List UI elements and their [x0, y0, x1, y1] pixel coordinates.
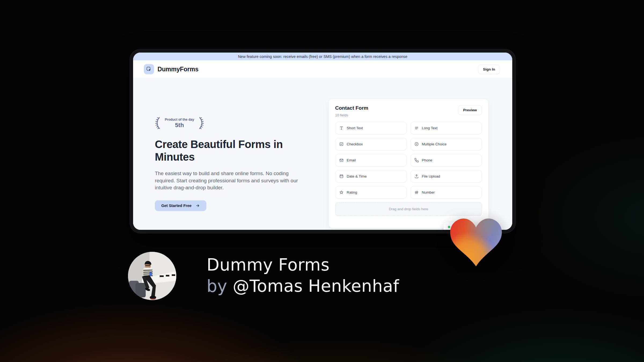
- credit-block: Dummy Forms by @Tomas Henkenhaf: [207, 254, 399, 297]
- email-icon: [339, 158, 344, 162]
- laurel-right-icon: [197, 117, 204, 130]
- field-multiple-choice[interactable]: Multiple Choice: [410, 138, 482, 150]
- announcement-banner: New feature coming soon: receive emails …: [133, 53, 512, 60]
- hero-description: The easiest way to build and share onlin…: [155, 170, 310, 191]
- hero-copy: Product of the day 5th Create Beautiful …: [155, 117, 313, 211]
- checkbox-icon: [339, 142, 344, 146]
- laurel-left-icon: [155, 117, 162, 130]
- sign-in-button[interactable]: Sign In: [478, 65, 500, 74]
- field-label: Long Text: [422, 126, 437, 130]
- form-field-count: 10 fields: [335, 113, 368, 117]
- credit-title: Dummy Forms: [207, 254, 399, 275]
- badge-rank: 5th: [175, 122, 184, 128]
- form-title: Contact Form: [335, 105, 368, 111]
- byline-handle: @Tomas Henkenhaf: [233, 276, 399, 296]
- field-label: Email: [347, 158, 356, 162]
- field-rating[interactable]: Rating: [335, 186, 407, 199]
- field-label: File Upload: [422, 174, 440, 178]
- brand-name: DummyForms: [158, 66, 199, 73]
- field-phone[interactable]: Phone: [410, 154, 482, 167]
- arrow-right-icon: [196, 204, 200, 208]
- hero-section: Product of the day 5th Create Beautiful …: [133, 78, 512, 230]
- get-started-label: Get Started Free: [161, 204, 192, 208]
- avatar-photo: [128, 252, 176, 300]
- long-text-icon: [414, 126, 419, 130]
- multiple-choice-icon: [414, 142, 419, 146]
- credit-byline: by @Tomas Henkenhaf: [207, 275, 399, 297]
- field-short-text[interactable]: Short Text: [335, 122, 407, 134]
- field-label: Multiple Choice: [422, 142, 447, 146]
- field-checkbox[interactable]: Checkbox: [335, 138, 407, 150]
- drop-zone-text: Drag and drop fields here: [389, 207, 428, 211]
- field-file-upload[interactable]: File Upload: [410, 170, 482, 183]
- field-label: Phone: [422, 158, 432, 162]
- hash-icon: [414, 190, 419, 195]
- drop-zone[interactable]: Drag and drop fields here: [335, 202, 482, 216]
- field-label: Rating: [347, 190, 357, 194]
- form-builder-card: Contact Form 10 fields Preview Short Tex…: [328, 99, 489, 228]
- app-page: New feature coming soon: receive emails …: [133, 53, 512, 230]
- byline-prefix: by: [207, 276, 233, 296]
- product-of-the-day-badge: Product of the day 5th: [155, 117, 204, 130]
- field-date-time[interactable]: Date & Time: [335, 170, 407, 183]
- field-label: Short Text: [347, 126, 363, 130]
- phone-icon: [414, 158, 419, 162]
- upload-icon: [414, 174, 419, 179]
- field-palette: Short TextLong TextCheckboxMultiple Choi…: [335, 122, 482, 199]
- star-icon: [339, 190, 344, 195]
- app-header: DummyForms Sign In: [133, 60, 512, 78]
- badge-label: Product of the day: [165, 118, 194, 121]
- field-email[interactable]: Email: [335, 154, 407, 167]
- field-label: Checkbox: [347, 142, 363, 146]
- field-label: Number: [422, 190, 435, 194]
- form-cursor-icon: [144, 64, 154, 74]
- preview-button[interactable]: Preview: [458, 105, 482, 115]
- browser-window: New feature coming soon: receive emails …: [130, 49, 515, 233]
- field-number[interactable]: Number: [410, 186, 482, 199]
- brand-link[interactable]: DummyForms: [144, 64, 199, 74]
- field-label: Date & Time: [347, 174, 367, 178]
- announcement-text: New feature coming soon: receive emails …: [238, 54, 407, 59]
- get-started-button[interactable]: Get Started Free: [155, 200, 206, 211]
- heart-icon: [450, 219, 502, 266]
- page-title: Create Beautiful Forms in Minutes: [155, 138, 313, 163]
- calendar-icon: [339, 174, 344, 179]
- field-long-text[interactable]: Long Text: [410, 122, 482, 134]
- short-text-icon: [339, 126, 344, 130]
